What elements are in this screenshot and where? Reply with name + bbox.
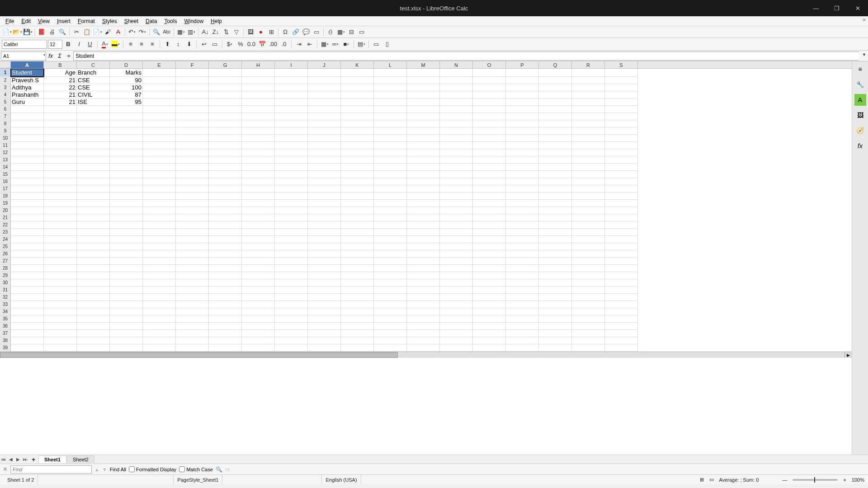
cell-H19[interactable] — [242, 200, 275, 207]
cell-L39[interactable] — [374, 344, 407, 352]
menu-file[interactable]: File — [2, 17, 18, 25]
cell-Q9[interactable] — [539, 127, 572, 135]
cell-Q4[interactable] — [539, 91, 572, 99]
cell-R14[interactable] — [572, 164, 605, 171]
cell-A26[interactable] — [11, 250, 44, 258]
cell-F27[interactable] — [176, 258, 209, 265]
cell-R38[interactable] — [572, 337, 605, 344]
cell-M36[interactable] — [407, 323, 440, 330]
col-header-M[interactable]: M — [407, 61, 440, 68]
row-header-31[interactable]: 31 — [0, 286, 11, 294]
cell-J38[interactable] — [308, 337, 341, 344]
cell-P6[interactable] — [506, 106, 539, 113]
cell-D14[interactable] — [110, 164, 143, 171]
cell-N17[interactable] — [440, 185, 473, 192]
export-pdf-button[interactable]: 📕 — [37, 27, 47, 37]
cell-B11[interactable] — [44, 142, 77, 149]
cell-S29[interactable] — [605, 272, 638, 279]
cell-A20[interactable] — [11, 207, 44, 214]
sum-icon[interactable]: Σ — [55, 53, 64, 59]
cell-B33[interactable] — [44, 301, 77, 308]
cell-G4[interactable] — [209, 91, 242, 99]
row-header-39[interactable]: 39 — [0, 344, 11, 352]
cell-L20[interactable] — [374, 207, 407, 214]
cell-J15[interactable] — [308, 171, 341, 178]
cell-S12[interactable] — [605, 149, 638, 156]
bold-button[interactable]: B — [63, 39, 73, 49]
row-header-19[interactable]: 19 — [0, 200, 11, 207]
cell-J9[interactable] — [308, 127, 341, 135]
cell-C36[interactable] — [77, 323, 110, 330]
cell-B32[interactable] — [44, 294, 77, 301]
cell-N34[interactable] — [440, 308, 473, 315]
cell-J13[interactable] — [308, 156, 341, 164]
cell-K3[interactable] — [341, 84, 374, 91]
cut-button[interactable]: ✂ — [71, 27, 81, 37]
freeze-button[interactable]: ▦ — [336, 27, 346, 37]
redo-button[interactable]: ↷ — [137, 27, 147, 37]
cell-P38[interactable] — [506, 337, 539, 344]
cell-L16[interactable] — [374, 178, 407, 185]
cell-A38[interactable] — [11, 337, 44, 344]
scroll-right-icon[interactable]: ▶ — [844, 352, 852, 358]
cell-O12[interactable] — [473, 149, 506, 156]
cell-H15[interactable] — [242, 171, 275, 178]
cell-Q26[interactable] — [539, 250, 572, 258]
cell-D33[interactable] — [110, 301, 143, 308]
cell-R29[interactable] — [572, 272, 605, 279]
cell-G27[interactable] — [209, 258, 242, 265]
cell-P20[interactable] — [506, 207, 539, 214]
cell-K30[interactable] — [341, 279, 374, 286]
cell-S26[interactable] — [605, 250, 638, 258]
borders-button[interactable]: ▦ — [320, 39, 330, 49]
cell-C20[interactable] — [77, 207, 110, 214]
cell-C19[interactable] — [77, 200, 110, 207]
cell-A39[interactable] — [11, 344, 44, 352]
cell-A31[interactable] — [11, 286, 44, 294]
cell-K4[interactable] — [341, 91, 374, 99]
decrease-indent-button[interactable]: ⇤ — [305, 39, 315, 49]
cell-M21[interactable] — [407, 214, 440, 221]
cell-N16[interactable] — [440, 178, 473, 185]
cell-J8[interactable] — [308, 120, 341, 127]
align-top-button[interactable]: ⬆ — [162, 39, 172, 49]
cell-L36[interactable] — [374, 323, 407, 330]
cell-O35[interactable] — [473, 315, 506, 323]
cell-Q34[interactable] — [539, 308, 572, 315]
cell-H36[interactable] — [242, 323, 275, 330]
cell-C16[interactable] — [77, 178, 110, 185]
cell-R9[interactable] — [572, 127, 605, 135]
increase-indent-button[interactable]: ⇥ — [294, 39, 304, 49]
cell-N19[interactable] — [440, 200, 473, 207]
cell-K33[interactable] — [341, 301, 374, 308]
cell-E30[interactable] — [143, 279, 176, 286]
cell-F22[interactable] — [176, 221, 209, 229]
cell-O24[interactable] — [473, 236, 506, 243]
cell-K26[interactable] — [341, 250, 374, 258]
cell-I31[interactable] — [275, 286, 308, 294]
cell-D29[interactable] — [110, 272, 143, 279]
cell-G38[interactable] — [209, 337, 242, 344]
page-style[interactable]: PageStyle_Sheet1 — [174, 475, 222, 484]
cell-P21[interactable] — [506, 214, 539, 221]
row-header-13[interactable]: 13 — [0, 156, 11, 164]
col-header-B[interactable]: B — [44, 61, 77, 68]
cell-P18[interactable] — [506, 192, 539, 200]
number-format-button[interactable]: 0.0 — [246, 39, 256, 49]
cell-K19[interactable] — [341, 200, 374, 207]
cell-D25[interactable] — [110, 243, 143, 250]
cell-C13[interactable] — [77, 156, 110, 164]
cell-R4[interactable] — [572, 91, 605, 99]
cell-K27[interactable] — [341, 258, 374, 265]
cell-S2[interactable] — [605, 77, 638, 84]
cell-F29[interactable] — [176, 272, 209, 279]
cell-D11[interactable] — [110, 142, 143, 149]
col-header-L[interactable]: L — [374, 61, 407, 68]
cell-D7[interactable] — [110, 113, 143, 120]
cell-D24[interactable] — [110, 236, 143, 243]
cell-L24[interactable] — [374, 236, 407, 243]
cell-J3[interactable] — [308, 84, 341, 91]
cell-Q17[interactable] — [539, 185, 572, 192]
cell-O8[interactable] — [473, 120, 506, 127]
cell-A17[interactable] — [11, 185, 44, 192]
